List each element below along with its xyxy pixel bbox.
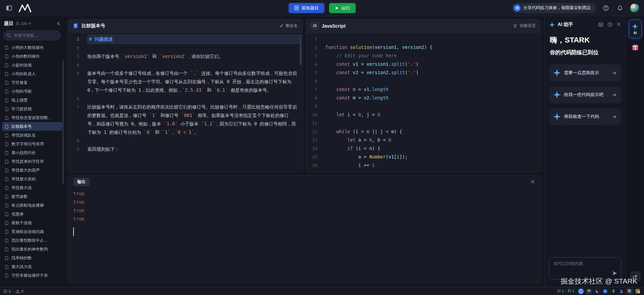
sidebar-item[interactable]: 最大战力值 [2, 262, 62, 271]
help-button[interactable] [601, 4, 610, 12]
ai-suggestion-card[interactable]: 需要一点思路提示 [549, 64, 621, 81]
sidebar-item[interactable]: 最小趋同代价 [2, 148, 62, 157]
sidebar-item[interactable]: 寻找最大面积 [2, 175, 62, 183]
document-icon [5, 133, 9, 138]
ai-launcher-button[interactable]: AI [629, 20, 642, 38]
sidebar-toggle-button[interactable] [5, 4, 13, 12]
app-logo[interactable] [18, 3, 32, 13]
markdown-line: 1# 问题描述 [68, 35, 303, 44]
ime-chinese-icon[interactable]: 中 [586, 288, 592, 294]
history-icon[interactable] [607, 22, 613, 27]
sidebar-item[interactable]: 小明的大数组操作 [2, 43, 62, 52]
ai-title: AI 助手 [558, 22, 573, 28]
document-icon [5, 98, 9, 102]
sidebar-item[interactable]: 学习新技能 [2, 105, 62, 113]
cursor-position: 行 1，列 1 [557, 289, 575, 294]
close-ai-button[interactable] [616, 22, 621, 27]
problem-panel-header: 比较版本号 重命名 [68, 19, 303, 33]
close-output-button[interactable] [530, 179, 535, 184]
sidebar-title: 题目 [4, 21, 13, 27]
ai-chat-input[interactable] [549, 257, 621, 279]
sidebar-item[interactable]: 字符串最短循环子串 [2, 271, 62, 280]
extension-icon[interactable] [578, 288, 584, 294]
sidebar-item[interactable]: 小明的书柜 [2, 87, 62, 96]
ai-suggestion-card[interactable]: 给我一些代码提示吧 [549, 86, 621, 103]
markdown-line-text: 返回规则如下： [87, 145, 303, 153]
rename-button[interactable]: 重命名 [279, 23, 298, 29]
account-icon[interactable] [618, 288, 624, 294]
notifications-button[interactable] [616, 4, 624, 12]
sparkle-icon [553, 113, 561, 120]
sidebar-item[interactable]: 寻找游戏队友 [2, 131, 62, 140]
megaphone-icon [514, 5, 521, 11]
bell-icon [617, 5, 623, 11]
code-editor[interactable]: 1​2function solution(version1, version2)… [306, 33, 541, 172]
ai-header: AI 助手 [544, 16, 626, 30]
run-button[interactable]: 运行 [329, 3, 356, 13]
line-number: 3 [68, 52, 87, 61]
gift-icon [631, 43, 639, 51]
pencil-icon [279, 24, 284, 28]
error-count-value: 0 [9, 289, 11, 293]
sidebar-scrollbar[interactable] [62, 60, 64, 185]
sidebar-item[interactable]: 英雄组合游戏问题 [2, 227, 62, 236]
output-console[interactable]: truetruetruetrue [68, 188, 540, 237]
sidebar-item[interactable]: 寻找包含斐波那契数... [2, 113, 62, 122]
search-input[interactable] [3, 30, 61, 40]
sidebar-item[interactable]: 寻找最大值 [2, 183, 62, 192]
document-icon [5, 256, 9, 260]
sidebar-item[interactable]: 优惠券 [2, 210, 62, 218]
sidebar-item[interactable]: 硬币凑数 [2, 192, 62, 201]
output-tab[interactable]: 输出 [73, 178, 89, 186]
sidebar-item-label: 寻找包含斐波那契数... [11, 115, 51, 121]
user-avatar[interactable] [630, 3, 639, 13]
switch-language-button[interactable]: 切换语言 [513, 23, 536, 29]
sidebar-item[interactable]: 寻找最大的葫芦 [2, 166, 62, 175]
sidebar-item[interactable]: 字符修复 [2, 78, 62, 87]
error-count[interactable]: 0 [3, 289, 11, 293]
line-number: 11 [306, 119, 326, 127]
sidebar-item[interactable]: 有点限制地走楼梯 [2, 201, 62, 210]
problem-sidebar: 题目 共 100 个 小明的大数组操作小包的数列操作小超的游戏小明的机器人字符修… [0, 16, 64, 287]
sidebar-item[interactable]: 找出整型数组中占... [2, 236, 62, 245]
ai-suggestion-card[interactable]: 帮我检查一下代码 [549, 108, 621, 125]
dark-mode-icon[interactable] [594, 288, 600, 294]
open-window-button[interactable] [630, 272, 640, 282]
markdown-line: 6​ [68, 94, 303, 103]
ai-subtitle: 你的代码陪练已到位 [550, 49, 620, 56]
sidebar-item[interactable]: 线上报警 [2, 96, 62, 105]
code-panel: JS JavaScript 切换语言 1​2function solution(… [306, 19, 541, 172]
document-icon [5, 63, 9, 67]
sidebar-item[interactable]: 小包的数列操作 [2, 52, 62, 61]
sidebar-item[interactable]: 数字字母问号排序 [2, 140, 62, 148]
warning-count[interactable]: 0 [16, 289, 23, 293]
status-dot-icon[interactable] [602, 288, 608, 294]
ime-simplified-icon[interactable]: 简 [626, 288, 633, 294]
problem-editor[interactable]: 1# 问题描述2​3给你两个版本号 `version1` 和 `version2… [68, 33, 303, 172]
sidebar-item[interactable]: 比较版本号 [2, 122, 62, 131]
js-badge-icon: JS [311, 22, 319, 30]
sidebar-item-label: 寻找原来的字符串 [11, 159, 44, 165]
apps-grid-icon[interactable] [635, 288, 641, 294]
ai-greeting-block: 嗨，STARK 你的代码陪练已到位 [544, 30, 626, 56]
screenshot-icon[interactable] [598, 22, 604, 27]
sidebar-item[interactable]: 摇骰子游戏 [2, 218, 62, 227]
app-window: 添加题目 运行 分享代码练习体验，领限量定制周边 [0, 0, 644, 295]
run-label: 运行 [341, 5, 350, 11]
ai-greeting: 嗨，STARK [550, 35, 620, 45]
problem-scrollbar[interactable] [300, 34, 302, 65]
microphone-icon[interactable] [610, 288, 616, 294]
sidebar-item[interactable]: 找出最长的神奇数列 [2, 245, 62, 254]
sidebar-item[interactable]: 小明的机器人 [2, 69, 62, 78]
sidebar-item[interactable]: 找单独的数 [2, 254, 62, 262]
collapse-sidebar-button[interactable] [56, 22, 60, 26]
problem-title: 比较版本号 [82, 23, 105, 29]
send-icon[interactable] [612, 270, 618, 276]
event-gift-button[interactable] [631, 42, 640, 52]
sidebar-item[interactable]: 寻找原来的字符串 [2, 157, 62, 166]
document-icon [5, 186, 9, 190]
sidebar-item[interactable]: 小超的游戏 [2, 61, 62, 69]
add-problem-button[interactable]: 添加题目 [288, 3, 324, 13]
markdown-line: 9返回规则如下： [68, 145, 303, 153]
promo-banner[interactable]: 分享代码练习体验，领限量定制周边 [512, 3, 596, 13]
